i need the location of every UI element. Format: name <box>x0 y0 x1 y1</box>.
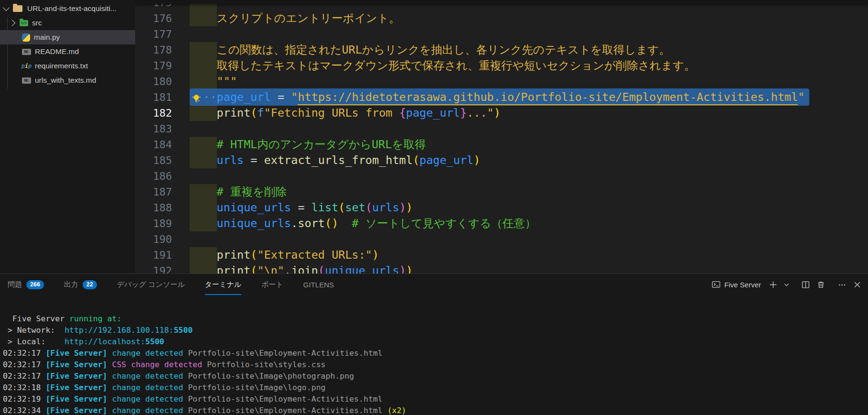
plus-icon <box>769 281 777 289</box>
line-content[interactable]: この関数は、指定されたURLからリンクを抽出し、各リンク先のテキストを取得します… <box>190 42 868 58</box>
bottom-panel: 問題266出力22デバッグ コンソールターミナルポートGITLENS Five … <box>0 273 868 415</box>
terminal-profile-label: Five Server <box>724 281 761 289</box>
line-number: 180 <box>135 74 190 89</box>
indent-highlight <box>190 184 217 200</box>
indent-highlight <box>190 42 217 58</box>
sidebar-root-folder[interactable]: URL-and-its-text-acquisiti... <box>0 1 135 16</box>
code-line-178: 178 この関数は、指定されたURLからリンクを抽出し、各リンク先のテキストを取… <box>135 42 868 58</box>
line-content[interactable] <box>190 121 868 137</box>
line-content[interactable]: # 重複を削除 <box>190 184 868 200</box>
line-content[interactable] <box>190 168 868 184</box>
line-content[interactable]: 取得したテキストはマークダウン形式で保存され、重複行や短いセクションが削除されま… <box>190 58 868 74</box>
line-number: 190 <box>135 231 190 247</box>
terminal-line: 02:32:19 [Five Server] change detected P… <box>3 393 868 405</box>
pip-icon <box>22 63 31 69</box>
line-content[interactable]: print("Extracted URLs:") <box>190 247 868 263</box>
editor-top-shadow <box>135 0 868 4</box>
line-content[interactable]: unique_urls = list(set(urls)) <box>190 200 868 216</box>
tab-label: ポート <box>261 280 283 289</box>
line-number: 182 <box>135 105 190 121</box>
indent-guide <box>7 17 8 89</box>
line-content[interactable] <box>190 231 868 247</box>
indent-highlight <box>190 74 217 89</box>
line-content[interactable]: スクリプトのエントリーポイント。 <box>190 11 868 26</box>
line-content[interactable]: urls = extract_urls_from_html(page_url) <box>190 153 868 168</box>
terminal-profile-select[interactable]: Five Server <box>712 281 761 289</box>
terminal-line: 02:32:17 [Five Server] change detected P… <box>3 371 868 382</box>
split-terminal-button[interactable] <box>799 278 812 291</box>
line-content[interactable]: # HTML内のアンカータグからURLを取得 <box>190 137 868 153</box>
line-content[interactable] <box>190 26 868 42</box>
sidebar-item-urls-with-texts-md[interactable]: urls_with_texts.md <box>0 73 135 87</box>
indent-highlight <box>190 200 217 216</box>
indent-highlight <box>190 105 217 121</box>
sidebar-item-requirements-txt[interactable]: requirements.txt <box>0 59 135 73</box>
tab-label: 出力 <box>64 280 78 289</box>
more-actions-button[interactable] <box>836 278 848 291</box>
launch-profile-chevron[interactable] <box>782 278 791 291</box>
code-line-185: 185 urls = extract_urls_from_html(page_u… <box>135 153 868 168</box>
panel-actions: Five Server <box>712 278 863 291</box>
close-panel-button[interactable] <box>851 278 863 291</box>
root-folder-label: URL-and-its-text-acquisiti... <box>27 4 117 13</box>
tab-label: ターミナル <box>205 280 241 289</box>
file-list: srcmain.pyREADME.mdrequirements.txturls_… <box>0 16 135 87</box>
explorer-sidebar: URL-and-its-text-acquisiti... srcmain.py… <box>0 0 135 273</box>
python-icon <box>22 33 30 42</box>
line-content[interactable]: print("\n".join(unique_urls)) <box>190 263 868 273</box>
markdown-icon <box>22 49 31 55</box>
terminal-output[interactable]: Five Server running at: > Network: http:… <box>0 295 868 415</box>
sidebar-item-readme-md[interactable]: README.md <box>0 44 135 59</box>
folder-icon <box>13 5 22 12</box>
indent-highlight <box>190 153 217 168</box>
ellipsis-icon <box>838 281 846 289</box>
code-line-191: 191 print("Extracted URLs:") <box>135 247 868 263</box>
vscode-window: URL-and-its-text-acquisiti... srcmain.py… <box>0 0 868 415</box>
text-selection: ····page_url = "https://hidetoterasawa.g… <box>190 88 809 106</box>
terminal-line: 02:32:17 [Five Server] CSS change detect… <box>3 359 868 371</box>
sidebar-item-src[interactable]: src <box>0 16 135 30</box>
line-content[interactable]: print(f"Fetching URLs from {page_url}...… <box>190 105 868 121</box>
sidebar-item-main-py[interactable]: main.py <box>0 30 135 44</box>
panel-tab-gitlens[interactable]: GITLENS <box>303 274 334 295</box>
line-content[interactable]: ····page_url = "https://hidetoterasawa.g… <box>190 89 868 105</box>
count-badge: 266 <box>26 280 44 289</box>
line-content[interactable]: """ <box>190 74 868 89</box>
code-line-181: 181····page_url = "https://hidetoterasaw… <box>135 89 868 105</box>
file-label: urls_with_texts.md <box>35 76 96 85</box>
terminal-line: > Local: http://localhost:5500 <box>3 336 868 348</box>
line-number: 191 <box>135 247 190 263</box>
kill-terminal-button[interactable] <box>814 278 827 291</box>
terminal-icon <box>712 281 720 288</box>
line-content[interactable]: unique_urls.sort() # ソートして見やすくする（任意） <box>190 216 868 231</box>
line-number: 189 <box>135 216 190 231</box>
code-line-186: 186 <box>135 168 868 184</box>
new-terminal-button[interactable] <box>767 278 779 291</box>
code-editor[interactable]: 175176 スクリプトのエントリーポイント。177178 この関数は、指定され… <box>135 0 868 273</box>
tab-label: GITLENS <box>303 281 334 289</box>
terminal-line: 02:32:34 [Five Server] change detected P… <box>3 405 868 415</box>
code-line-183: 183 <box>135 121 868 137</box>
lightbulb-icon[interactable] <box>192 91 201 107</box>
indent-highlight <box>190 137 217 153</box>
chevron-right-icon <box>9 20 15 26</box>
chevron-down-icon <box>3 4 10 11</box>
split-editor-icon <box>802 281 810 289</box>
line-number: 181 <box>135 89 190 105</box>
line-number: 179 <box>135 58 190 74</box>
code-lines: 175176 スクリプトのエントリーポイント。177178 この関数は、指定され… <box>135 0 868 273</box>
close-icon <box>854 281 861 288</box>
panel-tab-problems[interactable]: 問題266 <box>8 274 44 295</box>
terminal-line: 02:32:17 [Five Server] change detected P… <box>3 348 868 359</box>
panel-tab-ports[interactable]: ポート <box>261 274 283 295</box>
code-line-189: 189 unique_urls.sort() # ソートして見やすくする（任意） <box>135 216 868 231</box>
line-number: 176 <box>135 11 190 26</box>
terminal-line: Five Server running at: <box>3 313 868 325</box>
code-line-188: 188 unique_urls = list(set(urls)) <box>135 200 868 216</box>
trash-icon <box>817 281 825 289</box>
src-folder-icon <box>20 20 28 26</box>
panel-tab-terminal[interactable]: ターミナル <box>205 274 241 295</box>
line-number: 185 <box>135 153 190 168</box>
panel-tab-output[interactable]: 出力22 <box>64 274 97 295</box>
panel-tab-debug-console[interactable]: デバッグ コンソール <box>117 274 185 295</box>
